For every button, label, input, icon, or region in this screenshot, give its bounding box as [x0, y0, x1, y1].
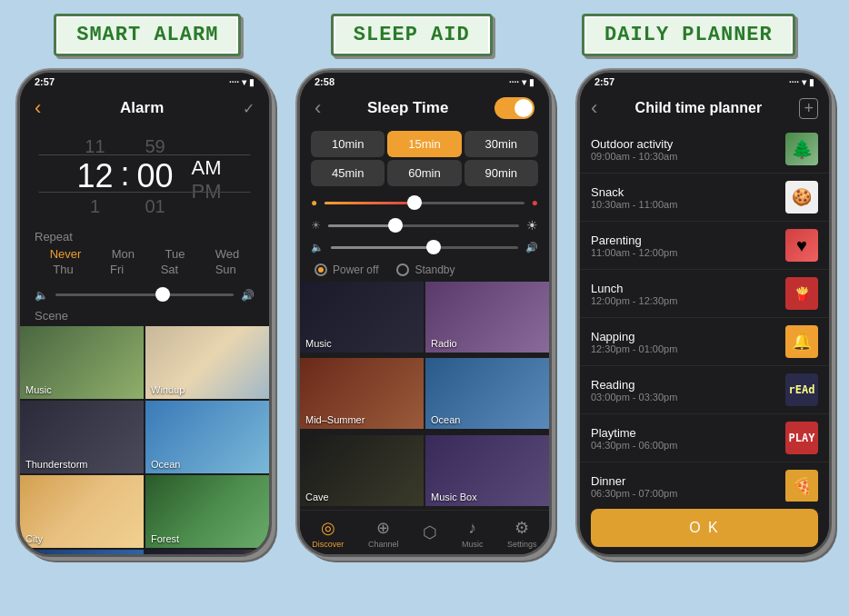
day-never[interactable]: Never: [50, 247, 82, 261]
status-icons-alarm: ···· ▾ ▮: [229, 77, 255, 87]
scene-music[interactable]: Music: [20, 326, 144, 399]
scene-ocean[interactable]: Ocean: [145, 401, 269, 473]
hours-ghost: 11: [85, 134, 105, 158]
phones-row: 2:57 ···· ▾ ▮ ‹ Alarm ✓ 11 12 1: [9, 70, 840, 557]
nav-settings[interactable]: ⚙ Settings: [507, 518, 537, 549]
sleep-scene-midsummer[interactable]: Mid–Summer: [300, 358, 424, 429]
time-btn-30min[interactable]: 30min: [464, 131, 538, 157]
wifi-icon: ▾: [242, 77, 246, 87]
power-off-option[interactable]: Power off: [315, 263, 378, 276]
nav-channel[interactable]: ⊕ Channel: [368, 518, 399, 549]
scene-city[interactable]: City: [20, 475, 144, 548]
sleep-scene-cave[interactable]: Cave: [300, 435, 424, 506]
bottom-nav: ◎ Discover ⊕ Channel ⬡ ♪ Music ⚙ Sett: [300, 510, 549, 554]
snack-time: 10:30am - 11:00am: [591, 199, 677, 210]
nav-discover-label: Discover: [312, 540, 344, 549]
planner-item-outdoor[interactable]: Outdoor activity 09:00am - 10:30am 🌲: [580, 125, 829, 174]
napping-info: Napping 12:30pm - 01:00pm: [591, 330, 677, 354]
alarm-back-button[interactable]: ‹: [35, 96, 41, 120]
time-btn-15min[interactable]: 15min: [387, 131, 461, 157]
scene-windup[interactable]: Windup: [145, 326, 269, 399]
slider3-thumb[interactable]: [426, 240, 441, 254]
time-btn-60min[interactable]: 60min: [387, 160, 461, 186]
time-btn-90min[interactable]: 90min: [464, 160, 538, 186]
alarm-check-button[interactable]: ✓: [243, 100, 255, 117]
planner-nav: ‹ Child time planner +: [580, 91, 829, 125]
lunch-info: Lunch 12:00pm - 12:30pm: [591, 282, 677, 306]
slider-3[interactable]: [331, 246, 518, 249]
sleep-scene-ocean[interactable]: Ocean: [425, 358, 549, 429]
slider-2[interactable]: [328, 224, 519, 227]
scene-energize[interactable]: Energize: [145, 550, 269, 554]
sleep-scene-radio[interactable]: Radio: [425, 282, 549, 353]
nav-home[interactable]: ⬡: [423, 522, 437, 544]
power-off-radio[interactable]: [315, 263, 327, 276]
sleep-title: Sleep Time: [367, 99, 448, 117]
snack-info: Snack 10:30am - 11:00am: [591, 185, 677, 210]
planner-item-snack[interactable]: Snack 10:30am - 11:00am 🍪: [580, 174, 829, 222]
scene-forest[interactable]: Forest: [145, 475, 269, 548]
sleep-scene-music[interactable]: Music: [300, 282, 424, 353]
mins-sub: 01: [145, 194, 165, 218]
slider2-thumb[interactable]: [388, 218, 403, 233]
settings-icon: ⚙: [514, 518, 529, 538]
status-icons-planner: ···· ▾ ▮: [789, 77, 814, 87]
planner-back-button[interactable]: ‹: [591, 96, 597, 120]
ok-button[interactable]: O K: [591, 509, 818, 547]
time-btn-45min[interactable]: 45min: [311, 160, 385, 186]
wifi-icon-sleep: ▾: [522, 77, 526, 87]
sleep-nav: ‹ Sleep Time: [300, 91, 549, 125]
sleep-scene-musicbox[interactable]: Music Box: [425, 435, 549, 506]
planner-item-parenting[interactable]: Parenting 11:00am - 12:00pm ♥: [580, 222, 829, 270]
discover-icon: ◎: [321, 518, 335, 538]
sleep-back-button[interactable]: ‹: [315, 96, 321, 120]
parenting-info: Parenting 11:00am - 12:00pm: [591, 233, 677, 258]
planner-item-playtime[interactable]: Playtime 04:30pm - 06:00pm PLAY: [580, 414, 829, 462]
standby-option[interactable]: Standby: [396, 263, 454, 276]
lunch-icon: 🍟: [785, 277, 818, 310]
standby-radio[interactable]: [396, 263, 409, 276]
planner-item-napping[interactable]: Napping 12:30pm - 01:00pm 🔔: [580, 318, 829, 366]
planner-item-dinner[interactable]: Dinner 06:30pm - 07:00pm 🍕: [580, 462, 829, 502]
sleep-toggle[interactable]: [494, 97, 534, 119]
planner-item-lunch[interactable]: Lunch 12:00pm - 12:30pm 🍟: [580, 270, 829, 318]
repeat-label: Repeat: [35, 230, 255, 243]
lunch-activity: Lunch: [591, 282, 677, 295]
pm-label[interactable]: PM: [192, 180, 222, 204]
am-label[interactable]: AM: [192, 156, 222, 180]
channel-icon: ⊕: [376, 518, 390, 538]
day-fri[interactable]: Fri: [110, 263, 124, 276]
dinner-icon: 🍕: [785, 470, 818, 502]
alarm-screen: 2:57 ···· ▾ ▮ ‹ Alarm ✓ 11 12 1: [20, 73, 269, 554]
days-row-1: Never Mon Tue Wed: [35, 247, 255, 261]
day-sat[interactable]: Sat: [161, 263, 179, 276]
slider1-left-icon: ●: [311, 196, 317, 209]
scene-thunderstorm[interactable]: Thunderstorm: [20, 401, 144, 473]
status-bar-alarm: 2:57 ···· ▾ ▮: [20, 73, 269, 91]
ampm-column[interactable]: AM PM: [192, 156, 222, 204]
scene-whale[interactable]: Whale: [20, 550, 144, 554]
volume-slider[interactable]: [55, 293, 234, 296]
day-sun[interactable]: Sun: [215, 263, 236, 276]
planner-add-button[interactable]: +: [799, 98, 818, 119]
scene-city-label: City: [25, 533, 43, 544]
snack-icon: 🍪: [785, 181, 818, 214]
time-btn-10min[interactable]: 10min: [311, 131, 385, 157]
hours-column[interactable]: 11 12 1: [67, 134, 122, 218]
time-picker[interactable]: 11 12 1 : 59 00 01 AM PM: [20, 125, 269, 223]
slider1-thumb[interactable]: [407, 195, 422, 210]
slider2-left-icon: ☀: [311, 219, 321, 232]
wifi-icon-planner: ▾: [802, 77, 806, 87]
status-time-sleep: 2:58: [315, 76, 335, 87]
day-tue[interactable]: Tue: [165, 247, 185, 261]
nav-music[interactable]: ♪ Music: [462, 519, 484, 549]
minutes-column[interactable]: 59 00 01: [128, 134, 183, 218]
day-mon[interactable]: Mon: [112, 247, 135, 261]
day-wed[interactable]: Wed: [215, 247, 240, 261]
power-off-label: Power off: [333, 263, 378, 276]
planner-item-reading[interactable]: Reading 03:00pm - 03:30pm rEAd: [580, 366, 829, 414]
nav-discover[interactable]: ◎ Discover: [312, 518, 344, 549]
slider-1[interactable]: [325, 202, 524, 204]
volume-thumb[interactable]: [155, 287, 170, 302]
day-thu[interactable]: Thu: [53, 263, 73, 276]
